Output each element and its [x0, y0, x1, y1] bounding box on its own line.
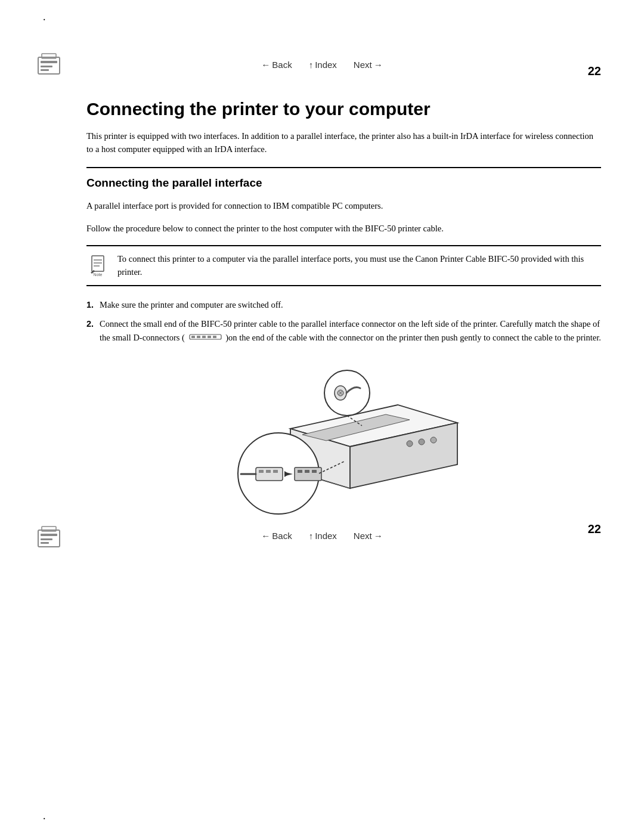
next-link-bottom[interactable]: Next →	[354, 531, 383, 541]
printer-illustration	[219, 357, 469, 524]
svg-rect-37	[312, 470, 317, 473]
page-wrapper: . ← Back ↑ Index Next →	[0, 0, 644, 833]
index-label-bottom: Index	[315, 531, 337, 541]
page-title: Connecting the printer to your computer	[86, 98, 601, 120]
back-link-top[interactable]: ← Back	[261, 60, 292, 70]
back-arrow-bottom: ←	[261, 531, 270, 541]
next-label-top: Next	[354, 60, 372, 70]
next-arrow-bottom: →	[374, 531, 383, 541]
svg-text:Note: Note	[94, 272, 103, 277]
up-arrow-bottom: ↑	[309, 531, 314, 541]
svg-rect-31	[266, 470, 271, 473]
svg-rect-15	[202, 336, 206, 338]
connector-icon	[189, 332, 222, 345]
section-heading: Connecting the parallel interface	[86, 176, 601, 190]
body-para-1: A parallel interface port is provided fo…	[86, 199, 601, 212]
page-number-bottom: 22	[588, 522, 601, 536]
top-nav: ← Back ↑ Index Next →	[0, 60, 644, 70]
steps-list: 1. Make sure the printer and computer ar…	[86, 298, 601, 345]
svg-point-22	[407, 441, 413, 447]
step-item-1: 1. Make sure the printer and computer ar…	[86, 298, 601, 311]
step-num-1: 1.	[86, 298, 100, 311]
note-text: To connect this printer to a computer vi…	[117, 252, 601, 279]
back-label-bottom: Back	[272, 531, 292, 541]
bottom-nav: ← Back ↑ Index Next →	[0, 531, 644, 541]
intro-paragraph: This printer is equipped with two interf…	[86, 129, 601, 156]
svg-rect-16	[208, 336, 211, 338]
step-num-2: 2.	[86, 317, 100, 330]
illustration-area	[86, 357, 601, 524]
next-link-top[interactable]: Next →	[354, 60, 383, 70]
index-link-bottom[interactable]: ↑ Index	[309, 531, 337, 541]
svg-rect-30	[259, 470, 264, 473]
step-2-text-after: )on the end of the cable with the connec…	[225, 333, 601, 342]
note-icon: Note	[88, 253, 108, 277]
back-arrow-top: ←	[261, 60, 270, 70]
svg-rect-32	[273, 470, 278, 473]
bottom-dot: .	[43, 810, 46, 822]
svg-rect-29	[256, 467, 283, 481]
next-arrow-top: →	[374, 60, 383, 70]
back-label-top: Back	[272, 60, 292, 70]
back-link-bottom[interactable]: ← Back	[261, 531, 292, 541]
svg-rect-35	[298, 470, 302, 473]
svg-point-23	[419, 439, 425, 445]
svg-point-24	[431, 437, 436, 443]
main-content: Connecting the printer to your computer …	[86, 98, 601, 541]
next-label-bottom: Next	[354, 531, 372, 541]
svg-rect-17	[213, 336, 216, 338]
up-arrow-top: ↑	[309, 60, 314, 70]
top-dot: .	[43, 11, 46, 23]
step-item-2: 2. Connect the small end of the BIFC-50 …	[86, 317, 601, 345]
index-label-top: Index	[315, 60, 337, 70]
svg-rect-14	[197, 336, 200, 338]
body-para-2: Follow the procedure below to connect th…	[86, 222, 601, 235]
step-content-2: Connect the small end of the BIFC-50 pri…	[100, 317, 601, 345]
section-divider-top	[86, 167, 601, 168]
svg-rect-5	[92, 256, 104, 271]
svg-rect-36	[305, 470, 309, 473]
svg-rect-13	[191, 336, 195, 338]
svg-rect-34	[295, 467, 321, 481]
page-number-top: 22	[588, 64, 601, 78]
svg-rect-49	[41, 542, 49, 544]
note-icon-wrap: Note	[86, 252, 109, 277]
step-content-1: Make sure the printer and computer are s…	[100, 298, 601, 311]
index-link-top[interactable]: ↑ Index	[309, 60, 337, 70]
note-box: Note To connect this printer to a comput…	[86, 245, 601, 286]
